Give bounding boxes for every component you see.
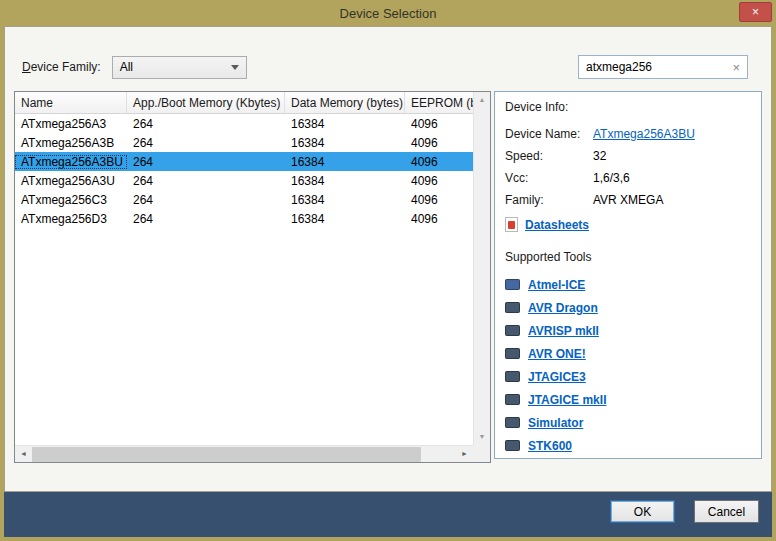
- cell-data-memory: 16384: [285, 174, 405, 188]
- close-button[interactable]: ×: [739, 2, 772, 22]
- tool-link[interactable]: Simulator: [528, 416, 583, 430]
- device-name-link[interactable]: ATxmega256A3BU: [593, 126, 695, 143]
- device-selection-dialog: Device Selection × Device Family: All at…: [0, 0, 776, 541]
- family-label: Family:: [505, 192, 593, 209]
- cell-data-memory: 16384: [285, 136, 405, 150]
- cell-memory: 264: [127, 193, 285, 207]
- column-header-memory[interactable]: App./Boot Memory (Kbytes): [127, 92, 285, 113]
- tool-icon: [505, 417, 520, 428]
- device-family-value: All: [120, 60, 133, 74]
- cell-name: ATxmega256A3BU: [15, 155, 127, 169]
- speed-row: Speed: 32: [505, 148, 751, 165]
- column-header-name[interactable]: Name: [15, 92, 127, 113]
- tool-icon: [505, 394, 520, 405]
- tool-icon: [505, 325, 520, 336]
- vcc-row: Vcc: 1,6/3,6: [505, 170, 751, 187]
- scroll-left-icon[interactable]: ◄: [15, 446, 32, 462]
- vcc-value: 1,6/3,6: [593, 170, 630, 187]
- family-row: Family: AVR XMEGA: [505, 192, 751, 209]
- tool-link[interactable]: AVR Dragon: [528, 301, 598, 315]
- cell-eeprom: 4096: [405, 174, 473, 188]
- supported-tools-title: Supported Tools: [505, 250, 751, 264]
- tool-icon: [505, 279, 520, 290]
- tool-link[interactable]: AVR ONE!: [528, 347, 586, 361]
- datasheets-link[interactable]: Datasheets: [525, 218, 589, 232]
- device-family-label: Device Family:: [22, 60, 101, 74]
- column-header-eeprom[interactable]: EEPROM (bytes): [405, 92, 473, 113]
- horizontal-scrollbar-thumb[interactable]: [32, 447, 421, 462]
- cell-memory: 264: [127, 117, 285, 131]
- pdf-icon: [505, 217, 518, 232]
- tool-icon: [505, 348, 520, 359]
- datasheets-row: Datasheets: [505, 217, 751, 232]
- toolbar: Device Family: All atxmega256 ×: [5, 27, 771, 79]
- cell-memory: 264: [127, 212, 285, 226]
- vcc-label: Vcc:: [505, 170, 593, 187]
- tool-item: Atmel-ICE: [505, 273, 751, 296]
- table-row[interactable]: ATxmega256A3U 264 16384 4096: [15, 171, 473, 190]
- tool-item: AVR ONE!: [505, 342, 751, 365]
- device-name-label: Device Name:: [505, 126, 593, 143]
- tool-link[interactable]: JTAGICE mkII: [528, 393, 606, 407]
- close-icon: ×: [752, 5, 759, 19]
- cell-name: ATxmega256A3U: [15, 174, 127, 188]
- cell-name: ATxmega256A3B: [15, 136, 127, 150]
- tool-icon: [505, 371, 520, 382]
- table-row[interactable]: ATxmega256A3B 264 16384 4096: [15, 133, 473, 152]
- table-row[interactable]: ATxmega256A3 264 16384 4096: [15, 114, 473, 133]
- table-row[interactable]: ATxmega256A3BU 264 16384 4096: [15, 152, 473, 171]
- scroll-right-icon[interactable]: ►: [456, 446, 473, 462]
- tool-item: STK600: [505, 434, 751, 457]
- table-header: Name App./Boot Memory (Kbytes) Data Memo…: [15, 92, 473, 114]
- tool-item: JTAGICE mkII: [505, 388, 751, 411]
- tool-item: AVRISP mkII: [505, 319, 751, 342]
- vertical-scrollbar[interactable]: ▲ ▼: [473, 92, 490, 445]
- cell-eeprom: 4096: [405, 136, 473, 150]
- cell-eeprom: 4096: [405, 193, 473, 207]
- cell-data-memory: 16384: [285, 193, 405, 207]
- scroll-down-icon[interactable]: ▼: [474, 429, 490, 445]
- chevron-down-icon: [231, 65, 239, 70]
- scroll-up-icon[interactable]: ▲: [474, 92, 490, 108]
- tool-item: Simulator: [505, 411, 751, 434]
- family-value: AVR XMEGA: [593, 192, 663, 209]
- table-row[interactable]: ATxmega256C3 264 16384 4096: [15, 190, 473, 209]
- cell-eeprom: 4096: [405, 117, 473, 131]
- cell-name: ATxmega256D3: [15, 212, 127, 226]
- tool-icon: [505, 302, 520, 313]
- speed-label: Speed:: [505, 148, 593, 165]
- tool-item: JTAGICE3: [505, 365, 751, 388]
- cell-eeprom: 4096: [405, 212, 473, 226]
- table-body: ATxmega256A3 264 16384 4096 ATxmega256A3…: [15, 114, 473, 228]
- tool-link[interactable]: STK600: [528, 439, 572, 453]
- clear-search-icon[interactable]: ×: [732, 60, 740, 75]
- device-info-panel: Device Info: Device Name: ATxmega256A3BU…: [494, 91, 762, 459]
- horizontal-scrollbar[interactable]: ◄ ►: [15, 445, 473, 462]
- cell-memory: 264: [127, 136, 285, 150]
- cell-name: ATxmega256A3: [15, 117, 127, 131]
- table-row[interactable]: ATxmega256D3 264 16384 4096: [15, 209, 473, 228]
- cancel-button[interactable]: Cancel: [694, 500, 759, 523]
- main-area: Name App./Boot Memory (Kbytes) Data Memo…: [5, 79, 771, 463]
- cell-name: ATxmega256C3: [15, 193, 127, 207]
- device-name-row: Device Name: ATxmega256A3BU: [505, 126, 751, 143]
- cell-memory: 264: [127, 174, 285, 188]
- speed-value: 32: [593, 148, 606, 165]
- tool-link[interactable]: JTAGICE3: [528, 370, 586, 384]
- search-box[interactable]: atxmega256 ×: [578, 55, 748, 79]
- column-header-data-memory[interactable]: Data Memory (bytes): [285, 92, 405, 113]
- cell-data-memory: 16384: [285, 117, 405, 131]
- dialog-content: Device Family: All atxmega256 × Name App…: [4, 26, 772, 492]
- ok-button[interactable]: OK: [610, 500, 675, 523]
- device-family-dropdown[interactable]: All: [112, 56, 247, 79]
- tool-link[interactable]: AVRISP mkII: [528, 324, 599, 338]
- cell-data-memory: 16384: [285, 155, 405, 169]
- device-info-title: Device Info:: [505, 100, 751, 114]
- cell-data-memory: 16384: [285, 212, 405, 226]
- titlebar[interactable]: Device Selection ×: [4, 0, 772, 26]
- device-table: Name App./Boot Memory (Kbytes) Data Memo…: [14, 91, 491, 463]
- search-input[interactable]: atxmega256: [586, 60, 652, 74]
- tool-link[interactable]: Atmel-ICE: [528, 278, 585, 292]
- cell-memory: 264: [127, 155, 285, 169]
- cell-eeprom: 4096: [405, 155, 473, 169]
